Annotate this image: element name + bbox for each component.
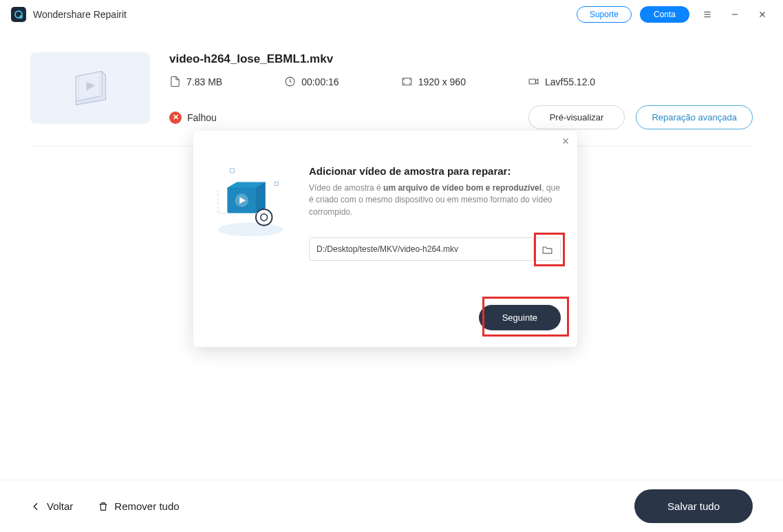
titlebar-right: Suporte Conta [577, 5, 772, 24]
main-content: video-h264_lose_EBML1.mkv 7.83 MB 00:00:… [0, 29, 783, 147]
folder-icon [541, 244, 553, 255]
remove-all-label: Remover tudo [114, 500, 179, 512]
file-duration-value: 00:00:16 [301, 76, 339, 87]
file-info: video-h264_lose_EBML1.mkv 7.83 MB 00:00:… [169, 52, 753, 129]
status-row: Falhou Pré-visualizar Reparação avançada [169, 105, 753, 129]
status-buttons: Pré-visualizar Reparação avançada [528, 105, 753, 129]
file-codec-value: Lavf55.12.0 [545, 76, 595, 87]
svg-rect-10 [529, 79, 535, 84]
modal-footer: Seguinte [210, 305, 561, 330]
error-icon [169, 111, 182, 124]
app-logo-icon [11, 7, 26, 22]
next-button[interactable]: Seguinte [479, 305, 561, 330]
remove-all-button[interactable]: Remover tudo [98, 500, 179, 512]
clock-icon [284, 76, 296, 87]
preview-button[interactable]: Pré-visualizar [528, 105, 625, 129]
file-name: video-h264_lose_EBML1.mkv [169, 52, 753, 66]
advanced-repair-button[interactable]: Reparação avançada [636, 105, 753, 129]
titlebar: Wondershare Repairit Suporte Conta [0, 0, 783, 29]
back-label: Voltar [47, 500, 73, 512]
modal-title: Adicionar vídeo de amostra para reparar: [309, 165, 561, 177]
support-button[interactable]: Suporte [577, 6, 632, 23]
folder-video-icon [210, 166, 291, 240]
modal-text: Adicionar vídeo de amostra para reparar:… [309, 165, 561, 261]
status-text: Falhou [187, 112, 217, 123]
svg-rect-17 [230, 169, 235, 173]
modal-close-button[interactable] [561, 136, 570, 149]
svg-point-13 [218, 223, 283, 237]
account-button[interactable]: Conta [640, 6, 689, 23]
svg-rect-18 [275, 182, 278, 186]
modal-illustration [210, 165, 291, 241]
file-resolution-value: 1920 x 960 [418, 76, 466, 87]
status-left: Falhou [169, 111, 217, 124]
footer: Voltar Remover tudo Salvar tudo [0, 480, 783, 532]
resolution-icon [401, 76, 413, 87]
modal-desc-bold: um arquivo de vídeo bom e reproduzível [383, 183, 541, 193]
back-button[interactable]: Voltar [30, 500, 73, 512]
footer-left: Voltar Remover tudo [30, 500, 180, 512]
file-icon [169, 76, 181, 87]
browse-button[interactable] [533, 237, 561, 261]
sample-path-row [309, 237, 561, 261]
modal-description: Vídeo de amostra é um arquivo de vídeo b… [309, 182, 561, 218]
modal-body: Adicionar vídeo de amostra para reparar:… [210, 165, 561, 261]
file-size-value: 7.83 MB [186, 76, 222, 87]
file-duration: 00:00:16 [284, 76, 339, 87]
video-file-icon [69, 67, 111, 109]
file-resolution: 1920 x 960 [401, 76, 466, 87]
minimize-icon[interactable] [725, 5, 744, 24]
chevron-left-icon [30, 501, 41, 512]
video-thumbnail [30, 52, 150, 124]
file-meta-row: 7.83 MB 00:00:16 1920 x 960 Lavf55.12.0 [169, 76, 753, 87]
menu-icon[interactable] [698, 5, 717, 24]
titlebar-left: Wondershare Repairit [11, 7, 127, 22]
close-icon [561, 136, 570, 146]
sample-path-input[interactable] [309, 237, 533, 261]
sample-video-modal: Adicionar vídeo de amostra para reparar:… [193, 131, 577, 347]
file-size: 7.83 MB [169, 76, 222, 87]
camera-icon [528, 76, 539, 87]
close-icon[interactable] [753, 5, 772, 24]
file-codec: Lavf55.12.0 [528, 76, 595, 87]
svg-point-15 [256, 209, 272, 226]
trash-icon [98, 501, 109, 512]
app-title: Wondershare Repairit [33, 9, 127, 20]
modal-desc-prefix: Vídeo de amostra é [309, 183, 383, 193]
save-all-button[interactable]: Salvar tudo [634, 489, 753, 523]
